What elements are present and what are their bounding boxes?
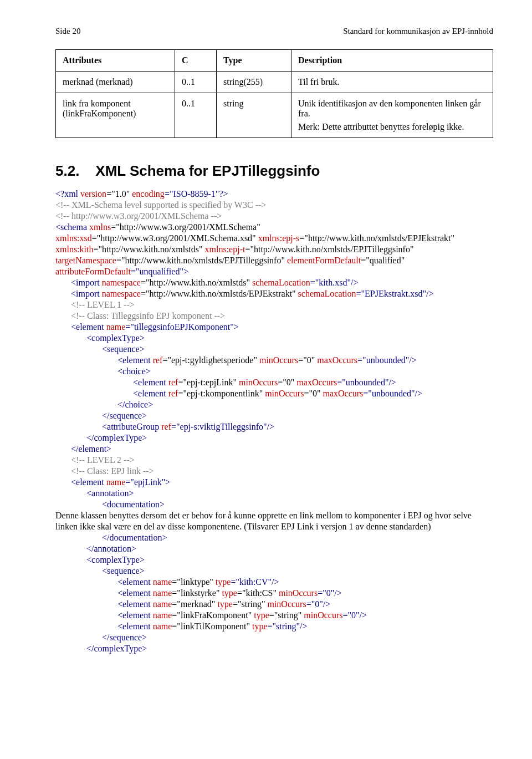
documentation-close: </documentation> <box>55 532 493 543</box>
sequence-open: <sequence> <box>55 344 493 355</box>
complextype-open: <complexType> <box>55 333 493 344</box>
cell-desc: Unik identifikasjon av den komponenten l… <box>291 93 493 138</box>
documentation-open: <documentation> <box>55 499 493 510</box>
sequence-close: </sequence> <box>55 410 493 421</box>
attributes-table: Attributes C Type Description merknad (m… <box>55 49 493 138</box>
cell-desc-line1: Unik identifikasjon av den komponenten l… <box>298 99 486 119</box>
th-type: Type <box>217 50 291 72</box>
page: Side 20 Standard for kommunikasjon av EP… <box>0 0 532 676</box>
cell-desc: Til fri bruk. <box>291 72 493 93</box>
section-title: XML Schema for EPJTilleggsinfo <box>95 162 320 179</box>
section-heading: 5.2. XML Schema for EPJTilleggsinfo <box>55 162 493 180</box>
xml-comment: <!-- LEVEL 1 --> <box>55 299 493 310</box>
schema-open: <schema <box>55 222 87 232</box>
xml-comment: <!-- http://www.w3.org/2001/XMLSchema --… <box>55 211 493 222</box>
attributegroup-tag: <attributeGroup <box>102 422 159 431</box>
table-header-row: Attributes C Type Description <box>56 50 493 72</box>
cell-attr: link fra komponent (linkFraKomponent) <box>56 93 175 138</box>
th-description: Description <box>291 50 493 72</box>
xml-schema-listing: <?xml version="1.0" encoding="ISO-8859-1… <box>55 189 493 654</box>
xml-comment: <!-- Class: Tilleggsinfo EPJ komponent -… <box>55 310 493 322</box>
annotation-close: </annotation> <box>55 543 493 554</box>
element-tag: <element <box>71 322 104 332</box>
cell-attr: merknad (merknad) <box>56 72 175 93</box>
element-close: </element> <box>55 444 493 455</box>
th-c: C <box>175 50 217 72</box>
choice-close: </choice> <box>55 399 493 410</box>
doc-title: Standard for kommunikasjon av EPJ-innhol… <box>343 27 493 36</box>
import-tag: <import <box>71 289 100 298</box>
xml-comment: <!-- LEVEL 2 --> <box>55 455 493 466</box>
xml-comment: <!-- Class: EPJ link --> <box>55 466 493 477</box>
cell-c: 0..1 <box>175 72 217 93</box>
choice-open: <choice> <box>55 366 493 377</box>
cell-type: string(255) <box>217 72 291 93</box>
section-number: 5.2. <box>55 162 79 179</box>
table-row: merknad (merknad) 0..1 string(255) Til f… <box>56 72 493 93</box>
import-tag: <import <box>71 278 100 287</box>
page-header: Side 20 Standard for kommunikasjon av EP… <box>55 27 493 36</box>
cell-desc-line2: Merk: Dette attributtet benyttes foreløp… <box>298 122 486 132</box>
table-row: link fra komponent (linkFraKomponent) 0.… <box>56 93 493 138</box>
xml-decl-open: <? <box>55 189 64 198</box>
element-tag: <element <box>71 477 104 487</box>
cell-c: 0..1 <box>175 93 217 138</box>
th-attributes: Attributes <box>56 50 175 72</box>
xml-comment: <!-- XML-Schema level supported is speci… <box>55 200 493 211</box>
cell-type: string <box>217 93 291 138</box>
annotation-open: <annotation> <box>55 488 493 499</box>
documentation-text: Denne klassen benyttes dersom det er beh… <box>55 510 493 532</box>
page-number: Side 20 <box>55 27 80 36</box>
complextype-close: </complexType> <box>55 432 493 444</box>
